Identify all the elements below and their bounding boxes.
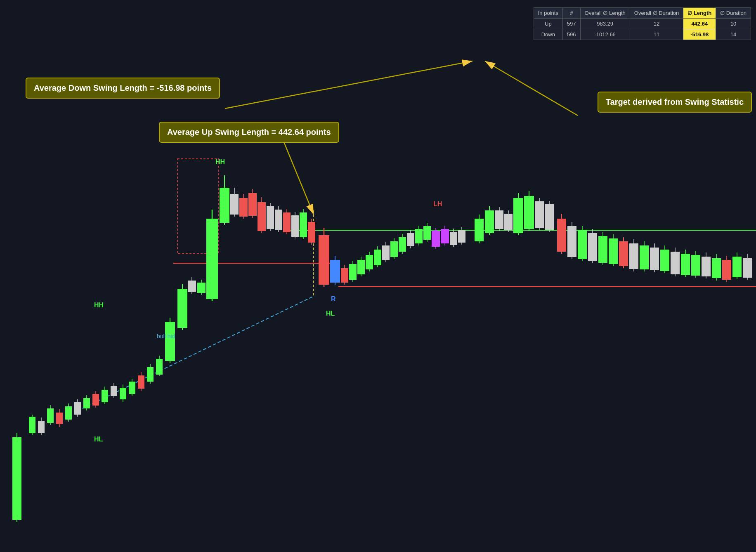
svg-rect-76 bbox=[357, 260, 365, 274]
svg-rect-136 bbox=[650, 248, 659, 270]
svg-rect-32 bbox=[147, 367, 154, 382]
r-label-purple: R bbox=[433, 229, 438, 236]
svg-rect-38 bbox=[177, 289, 187, 328]
row-up-length: 442.64 bbox=[683, 19, 716, 29]
svg-rect-152 bbox=[732, 257, 742, 277]
lh-label: LH bbox=[433, 201, 442, 208]
svg-rect-6 bbox=[29, 417, 35, 433]
row-up-hash: 597 bbox=[562, 19, 580, 29]
hh-label-top: HH bbox=[215, 158, 225, 165]
svg-rect-36 bbox=[165, 322, 175, 361]
col-hash: # bbox=[562, 8, 580, 19]
svg-rect-54 bbox=[258, 202, 266, 231]
row-down-overall-length: -1012.66 bbox=[580, 29, 630, 40]
avg-up-annotation: Average Up Swing Length = 442.64 points bbox=[159, 122, 339, 143]
arrow-avg-down bbox=[225, 61, 472, 109]
avg-down-text: Average Down Swing Length = -516.98 poin… bbox=[34, 83, 212, 92]
svg-rect-132 bbox=[629, 243, 638, 269]
svg-rect-52 bbox=[248, 193, 257, 216]
svg-rect-96 bbox=[441, 229, 449, 243]
svg-rect-106 bbox=[495, 210, 503, 229]
col-overall-length: Overall ∅ Length bbox=[580, 8, 630, 19]
arrow-target bbox=[485, 61, 578, 116]
svg-rect-78 bbox=[366, 255, 373, 269]
bull-hid-label: bull hid bbox=[157, 333, 175, 340]
svg-rect-128 bbox=[609, 238, 618, 264]
svg-rect-12 bbox=[56, 413, 63, 424]
svg-rect-44 bbox=[206, 219, 218, 299]
svg-rect-74 bbox=[349, 264, 357, 280]
svg-rect-72 bbox=[341, 268, 348, 283]
svg-rect-24 bbox=[111, 386, 117, 396]
svg-rect-102 bbox=[475, 219, 484, 241]
row-down-label: Down bbox=[534, 29, 562, 40]
svg-rect-98 bbox=[450, 232, 457, 245]
svg-rect-104 bbox=[485, 210, 494, 233]
svg-rect-146 bbox=[702, 257, 711, 276]
row-down-hash: 596 bbox=[562, 29, 580, 40]
svg-rect-8 bbox=[38, 421, 45, 433]
svg-rect-56 bbox=[267, 206, 274, 229]
svg-rect-68 bbox=[319, 235, 329, 285]
col-length: ∅ Length bbox=[683, 8, 716, 19]
svg-rect-148 bbox=[712, 258, 721, 278]
svg-rect-40 bbox=[188, 281, 196, 292]
svg-rect-28 bbox=[129, 382, 135, 394]
svg-rect-26 bbox=[120, 388, 126, 399]
svg-rect-46 bbox=[220, 188, 229, 223]
svg-rect-140 bbox=[671, 252, 680, 274]
svg-rect-62 bbox=[291, 215, 299, 237]
svg-rect-86 bbox=[399, 237, 406, 252]
avg-up-text: Average Up Swing Length = 442.64 points bbox=[167, 127, 331, 137]
target-annotation: Target derived from Swing Statistic bbox=[598, 92, 752, 113]
svg-rect-94 bbox=[432, 231, 440, 247]
hl-label-right: HL bbox=[326, 310, 335, 317]
svg-rect-150 bbox=[722, 260, 731, 280]
svg-rect-108 bbox=[504, 214, 513, 230]
svg-rect-134 bbox=[640, 245, 649, 269]
col-overall-duration: Overall ∅ Duration bbox=[630, 8, 683, 19]
svg-rect-58 bbox=[275, 210, 282, 230]
svg-rect-42 bbox=[197, 283, 206, 293]
svg-rect-116 bbox=[545, 204, 554, 230]
col-in-points: In points bbox=[534, 8, 562, 19]
svg-rect-22 bbox=[102, 390, 108, 402]
svg-rect-92 bbox=[423, 226, 431, 240]
col-duration: ∅ Duration bbox=[716, 8, 751, 19]
svg-rect-126 bbox=[598, 236, 607, 263]
svg-rect-88 bbox=[407, 233, 414, 246]
svg-rect-50 bbox=[239, 198, 248, 217]
svg-rect-10 bbox=[47, 408, 54, 423]
svg-rect-112 bbox=[524, 196, 534, 229]
svg-rect-124 bbox=[588, 233, 597, 261]
svg-rect-30 bbox=[138, 375, 144, 389]
svg-rect-84 bbox=[390, 241, 398, 257]
svg-rect-118 bbox=[557, 219, 566, 252]
svg-rect-142 bbox=[681, 254, 690, 275]
svg-rect-18 bbox=[83, 398, 90, 408]
svg-rect-80 bbox=[374, 250, 381, 265]
svg-rect-144 bbox=[691, 255, 700, 276]
svg-rect-60 bbox=[283, 212, 291, 232]
svg-rect-66 bbox=[308, 222, 315, 243]
blue-dotted-diagonal bbox=[83, 296, 314, 408]
svg-rect-70 bbox=[330, 260, 340, 283]
row-up-duration: 10 bbox=[716, 19, 751, 29]
svg-rect-82 bbox=[382, 245, 390, 260]
row-down-duration: 14 bbox=[716, 29, 751, 40]
svg-rect-114 bbox=[535, 201, 544, 228]
svg-rect-20 bbox=[92, 394, 99, 406]
row-down-overall-duration: 11 bbox=[630, 29, 683, 40]
hl-label-left: HL bbox=[94, 436, 103, 443]
avg-down-annotation: Average Down Swing Length = -516.98 poin… bbox=[26, 78, 220, 99]
svg-rect-90 bbox=[415, 229, 423, 243]
svg-rect-120 bbox=[567, 226, 576, 257]
row-up-overall-length: 983.29 bbox=[580, 19, 630, 29]
red-dotted-box bbox=[177, 159, 219, 254]
svg-rect-48 bbox=[230, 194, 239, 215]
arrow-avg-up bbox=[281, 134, 314, 215]
row-up-overall-duration: 12 bbox=[630, 19, 683, 29]
r-label-blue: R bbox=[331, 295, 336, 302]
svg-rect-122 bbox=[578, 230, 587, 259]
svg-rect-130 bbox=[619, 241, 628, 266]
